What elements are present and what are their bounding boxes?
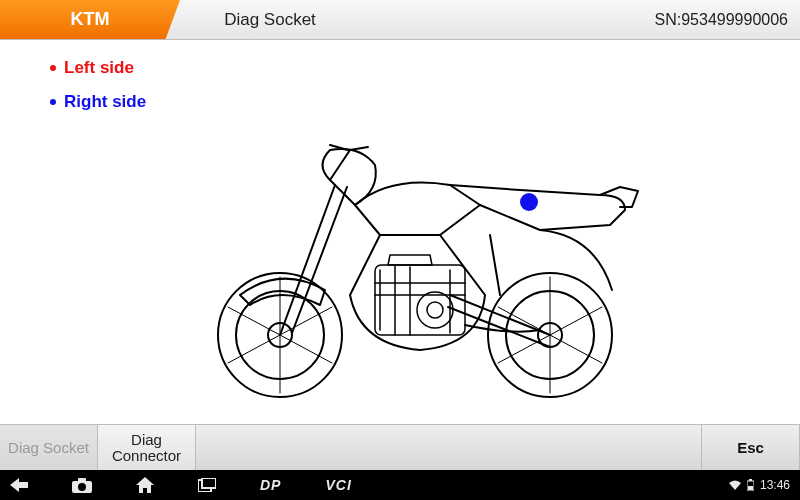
brand-tab: KTM: [0, 0, 180, 39]
esc-label: Esc: [737, 440, 764, 456]
svg-point-20: [427, 302, 443, 318]
nav-left: DP VCI: [10, 477, 352, 493]
nav-right: 13:46: [729, 478, 790, 492]
dot-icon: [50, 65, 56, 71]
dot-icon: [50, 99, 56, 105]
recent-icon[interactable]: [198, 478, 216, 492]
legend-left-label: Left side: [64, 58, 134, 78]
svg-point-23: [78, 483, 86, 491]
bottom-spacer: [196, 425, 702, 470]
legend-right-label: Right side: [64, 92, 146, 112]
tab-diag-connector-label: Diag Connector: [104, 432, 189, 464]
tab-diag-connector[interactable]: Diag Connector: [98, 425, 196, 470]
motorcycle-diagram: [180, 95, 650, 405]
motorcycle-svg: [180, 95, 650, 405]
header-bar: KTM Diag Socket SN:953499990006: [0, 0, 800, 40]
svg-rect-25: [202, 478, 216, 488]
camera-icon[interactable]: [72, 478, 92, 493]
back-icon[interactable]: [10, 478, 28, 492]
serial-number: SN:953499990006: [655, 0, 800, 39]
nav-dp[interactable]: DP: [260, 477, 281, 493]
home-icon[interactable]: [136, 477, 154, 493]
clock-text: 13:46: [760, 478, 790, 492]
content-area: Left side Right side: [0, 40, 800, 424]
legend-right-side[interactable]: Right side: [50, 92, 146, 112]
wifi-icon: [729, 480, 741, 490]
brand-label: KTM: [71, 9, 110, 30]
header-spacer: [360, 0, 655, 39]
svg-rect-28: [748, 486, 753, 490]
page-title-text: Diag Socket: [224, 10, 316, 30]
battery-icon: [747, 479, 754, 491]
socket-marker-right[interactable]: [520, 193, 538, 211]
esc-button[interactable]: Esc: [702, 425, 800, 470]
legend-left-side[interactable]: Left side: [50, 58, 146, 78]
tab-diag-socket[interactable]: Diag Socket: [0, 425, 98, 470]
svg-point-19: [417, 292, 453, 328]
svg-rect-22: [78, 478, 86, 482]
serial-text: SN:953499990006: [655, 11, 788, 29]
nav-vci[interactable]: VCI: [325, 477, 351, 493]
bottom-tab-bar: Diag Socket Diag Connector Esc: [0, 424, 800, 470]
legend: Left side Right side: [50, 58, 146, 126]
page-title: Diag Socket: [180, 0, 360, 39]
tab-diag-socket-label: Diag Socket: [8, 440, 89, 456]
system-navbar: DP VCI 13:46: [0, 470, 800, 500]
